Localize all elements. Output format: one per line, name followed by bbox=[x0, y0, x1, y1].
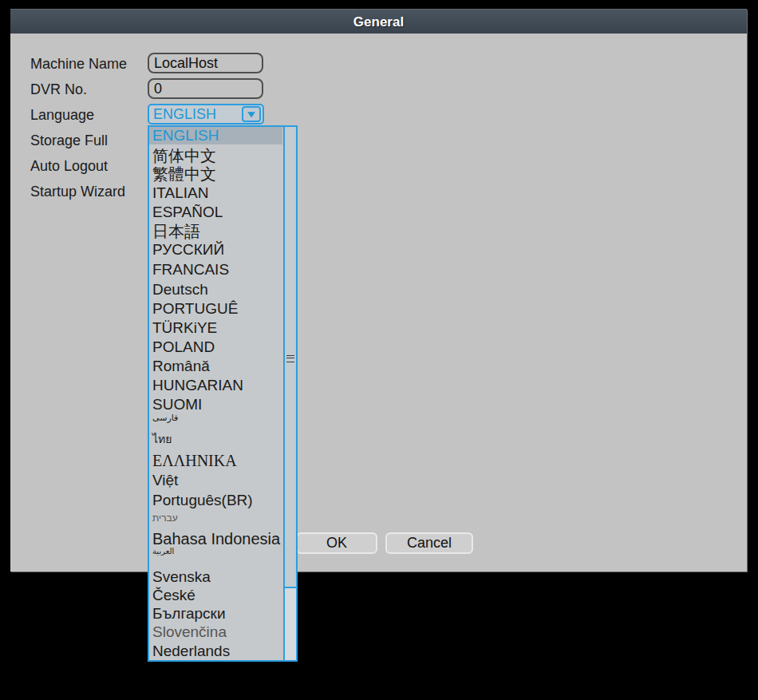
language-option[interactable]: 简体中文 bbox=[149, 146, 282, 165]
language-option[interactable]: ITALIAN bbox=[149, 184, 282, 202]
language-option[interactable]: Български bbox=[149, 605, 282, 623]
auto-logout-label: Auto Logout bbox=[30, 157, 108, 175]
scrollbar-grip-icon bbox=[286, 355, 294, 362]
language-select[interactable]: ENGLISH bbox=[148, 104, 264, 125]
language-option[interactable]: العربية bbox=[149, 546, 282, 556]
language-select-arrow-button[interactable] bbox=[242, 106, 261, 122]
language-option[interactable]: Việt bbox=[149, 472, 282, 489]
language-dropdown-list: ENGLISH简体中文繁體中文ITALIANESPAÑOL日本語РУССКИЙF… bbox=[148, 125, 298, 662]
language-option[interactable]: České bbox=[149, 587, 282, 604]
dvr-no-label: DVR No. bbox=[30, 81, 87, 98]
language-option[interactable]: 繁體中文 bbox=[149, 164, 282, 184]
language-option[interactable]: РУССКИЙ bbox=[149, 241, 282, 259]
machine-name-label: Machine Name bbox=[30, 55, 127, 73]
language-option[interactable]: POLAND bbox=[149, 338, 282, 356]
language-option[interactable]: SUOMI bbox=[149, 396, 282, 413]
language-option[interactable]: TÜRKiYE bbox=[149, 319, 282, 337]
dialog-title: General bbox=[10, 10, 747, 34]
language-option[interactable]: עברית bbox=[149, 512, 282, 524]
language-option[interactable]: FRANCAIS bbox=[149, 261, 282, 279]
language-option[interactable]: HUNGARIAN bbox=[149, 377, 282, 394]
language-option[interactable]: ENGLISH bbox=[149, 127, 282, 144]
language-option[interactable]: Română bbox=[149, 358, 282, 375]
language-option[interactable]: ΕΛΛΗΝΙΚΑ bbox=[149, 451, 282, 470]
language-label: Language bbox=[30, 106, 94, 124]
language-option[interactable]: Deutsch bbox=[149, 281, 282, 299]
language-option[interactable]: Svenska bbox=[149, 568, 282, 586]
language-option[interactable]: فارسی bbox=[149, 412, 282, 423]
general-settings-dialog: General Machine Name DVR No. Language St… bbox=[10, 9, 747, 571]
language-select-value: ENGLISH bbox=[153, 105, 216, 123]
language-option[interactable]: ESPAÑOL bbox=[149, 204, 282, 221]
ok-button[interactable]: OK bbox=[296, 532, 377, 554]
machine-name-input[interactable] bbox=[148, 53, 263, 73]
startup-wizard-label: Startup Wizard bbox=[30, 183, 125, 200]
screen-background: General Machine Name DVR No. Language St… bbox=[0, 0, 758, 700]
language-option[interactable]: 日本語 bbox=[149, 222, 282, 241]
dvr-no-input[interactable] bbox=[148, 78, 263, 99]
cancel-button[interactable]: Cancel bbox=[385, 532, 473, 554]
dropdown-scrollbar[interactable] bbox=[283, 127, 296, 660]
scrollbar-thumb[interactable] bbox=[285, 127, 296, 588]
storage-full-label: Storage Full bbox=[30, 132, 108, 149]
chevron-down-icon bbox=[247, 112, 255, 117]
language-option[interactable]: ไทย bbox=[149, 432, 282, 446]
language-option[interactable]: Nederlands bbox=[149, 643, 282, 660]
dialog-titlebar: General bbox=[10, 9, 747, 34]
language-option[interactable]: PORTUGUÊ bbox=[149, 300, 282, 318]
language-option[interactable]: Slovenčina bbox=[149, 623, 282, 641]
language-option[interactable]: Português(BR) bbox=[149, 492, 282, 509]
